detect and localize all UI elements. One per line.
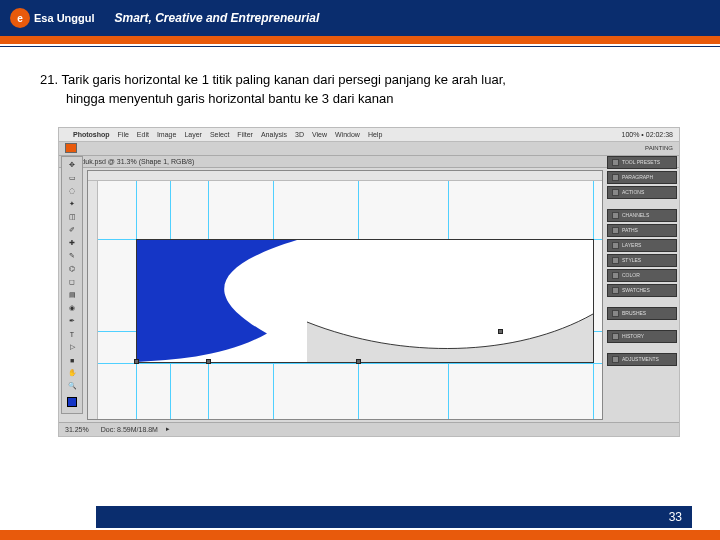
ps-panels: TOOL PRESETS PARAGRAPH ACTIONS CHANNELS … (607, 156, 677, 366)
panel-channels: CHANNELS (607, 209, 677, 222)
tool-brush-icon: ✎ (63, 250, 81, 263)
anchor-point (134, 359, 139, 364)
tool-hand-icon: ✋ (63, 367, 81, 380)
tool-eyedrop-icon: ✐ (63, 224, 81, 237)
ps-doc-tab: Spanduk.psd @ 31.3% (Shape 1, RGB/8) (59, 156, 679, 168)
artwork-rectangle (136, 239, 594, 363)
tool-blur-icon: ◉ (63, 302, 81, 315)
ps-right-status: 100% • 02:02:38 (622, 131, 674, 138)
tool-marquee-icon: ▭ (63, 172, 81, 185)
tool-gradient-icon: ▤ (63, 289, 81, 302)
tool-stamp-icon: ⌬ (63, 263, 81, 276)
blue-swoosh-shape (137, 240, 297, 362)
tool-heal-icon: ✚ (63, 237, 81, 250)
menu-view: View (312, 131, 327, 138)
tool-pen-icon: ✒ (63, 315, 81, 328)
guide-h3 (98, 363, 602, 364)
ps-workspace-label: PAINTING (645, 145, 673, 151)
tool-move-icon: ✥ (63, 159, 81, 172)
panel-history: HISTORY (607, 330, 677, 343)
anchor-point (356, 359, 361, 364)
ps-doc-size: Doc: 8.59M/18.8M (101, 426, 158, 433)
ps-ruler-left (88, 181, 98, 419)
ps-app-name: Photoshop (73, 131, 110, 138)
footer-bar: 33 (96, 506, 692, 528)
slide-content: 21. Tarik garis horizontal ke 1 titik pa… (0, 47, 720, 119)
step-line1: Tarik garis horizontal ke 1 titik paling… (61, 72, 505, 87)
menu-file: File (118, 131, 129, 138)
menu-help: Help (368, 131, 382, 138)
grey-curve-path (307, 312, 593, 362)
tool-zoom-icon: 🔍 (63, 380, 81, 393)
step-line2: hingga menyentuh garis horizontal bantu … (66, 90, 680, 109)
logo-text: Esa Unggul (34, 12, 95, 24)
step-number: 21. (40, 72, 58, 87)
tool-eraser-icon: ◻ (63, 276, 81, 289)
brand-logo: e Esa Unggul (10, 8, 95, 28)
tool-crop-icon: ◫ (63, 211, 81, 224)
panel-actions: ACTIONS (607, 186, 677, 199)
menu-layer: Layer (184, 131, 202, 138)
anchor-point (206, 359, 211, 364)
ps-status-bar: 31.25% Doc: 8.59M/18.8M ▸ (59, 422, 679, 436)
ps-toolbox: ✥ ▭ ◌ ✦ ◫ ✐ ✚ ✎ ⌬ ◻ ▤ ◉ ✒ T ▷ ■ ✋ 🔍 (61, 156, 83, 414)
panel-layers: LAYERS (607, 239, 677, 252)
tool-lasso-icon: ◌ (63, 185, 81, 198)
menu-edit: Edit (137, 131, 149, 138)
menu-3d: 3D (295, 131, 304, 138)
panel-adjustments: ADJUSTMENTS (607, 353, 677, 366)
menu-select: Select (210, 131, 229, 138)
page-number: 33 (669, 510, 682, 524)
anchor-point (498, 329, 503, 334)
ps-canvas (87, 170, 603, 420)
tool-shape-icon: ■ (63, 354, 81, 367)
ps-status-arrow-icon: ▸ (166, 425, 170, 433)
brand-tagline: Smart, Creative and Entrepreneurial (115, 11, 320, 25)
footer-accent-bar (0, 530, 720, 540)
panel-brushes: BRUSHES (607, 307, 677, 320)
menu-image: Image (157, 131, 176, 138)
panel-tool-presets: TOOL PRESETS (607, 156, 677, 169)
ps-menubar-right: 100% • 02:02:38 (622, 131, 674, 138)
tool-wand-icon: ✦ (63, 198, 81, 211)
panel-styles: STYLES (607, 254, 677, 267)
panel-paragraph: PARAGRAPH (607, 171, 677, 184)
photoshop-screenshot: Photoshop File Edit Image Layer Select F… (58, 127, 680, 437)
menu-filter: Filter (237, 131, 253, 138)
ps-options-bar: PAINTING (59, 142, 679, 156)
tool-type-icon: T (63, 328, 81, 341)
ps-app-icon (65, 143, 77, 153)
header-accent-bar (0, 36, 720, 44)
menu-analysis: Analysis (261, 131, 287, 138)
logo-mark: e (10, 8, 30, 28)
ps-zoom-label: 31.25% (65, 426, 89, 433)
panel-paths: PATHS (607, 224, 677, 237)
slide-footer: 33 (0, 500, 720, 540)
tool-path-icon: ▷ (63, 341, 81, 354)
ps-ruler-top (88, 171, 602, 181)
ps-drawing-area (98, 181, 602, 419)
slide-header: e Esa Unggul Smart, Creative and Entrepr… (0, 0, 720, 36)
ps-menubar: Photoshop File Edit Image Layer Select F… (59, 128, 679, 142)
panel-swatches: SWATCHES (607, 284, 677, 297)
step-instruction: 21. Tarik garis horizontal ke 1 titik pa… (40, 71, 680, 109)
panel-color: COLOR (607, 269, 677, 282)
tool-swatch-icon (63, 393, 81, 411)
menu-window: Window (335, 131, 360, 138)
